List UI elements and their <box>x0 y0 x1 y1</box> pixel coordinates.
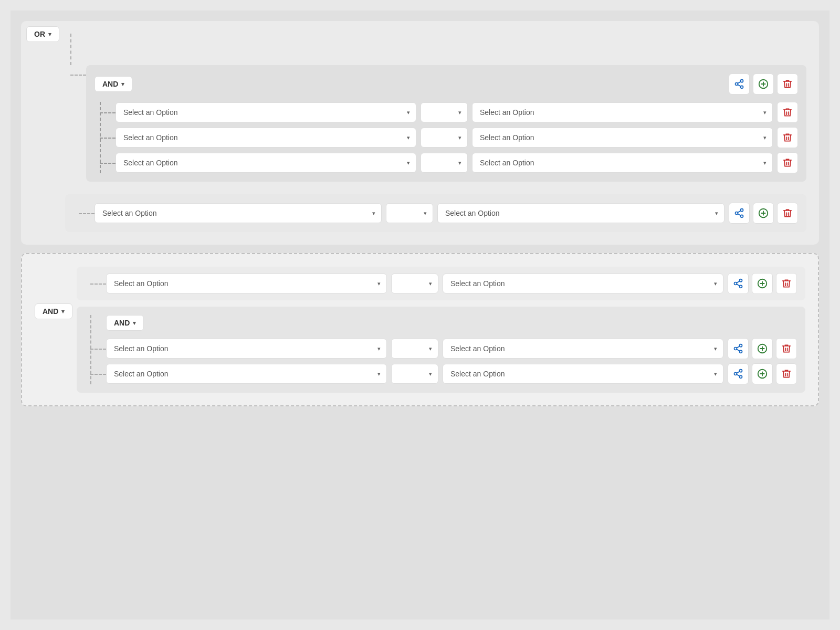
bottom-top-row: Select an Option ▾ ▾ Select an Option <box>77 267 805 300</box>
row3-mid-select[interactable] <box>421 153 468 173</box>
svg-line-28 <box>737 346 740 348</box>
or-label: OR <box>34 30 45 38</box>
bottom-inner-and-label: AND <box>114 319 130 327</box>
svg-line-27 <box>737 349 740 351</box>
and-conditions-wrapper: Select an Option ▾ ▾ <box>94 102 798 173</box>
btop-action-icons <box>728 273 797 294</box>
row1-mid-select[interactable] <box>421 102 468 122</box>
row2-mid-select[interactable] <box>421 128 468 148</box>
and-button[interactable]: AND ▾ <box>94 76 132 92</box>
svg-line-4 <box>738 81 741 83</box>
btop-share-button[interactable] <box>728 273 749 294</box>
row2-right-select-wrapper: Select an Option ▾ <box>472 128 773 148</box>
b1-left-select[interactable]: Select an Option <box>106 339 387 359</box>
bottom-inner-and-header: AND ▾ <box>106 315 797 331</box>
bottom-and-chevron-icon: ▾ <box>61 308 65 315</box>
row1-left-select-wrapper: Select an Option ▾ <box>116 102 416 122</box>
b1-delete-button[interactable] <box>776 338 797 359</box>
top-section: AND ▾ <box>21 21 819 245</box>
btop-right-wrapper: Select an Option ▾ <box>443 274 723 293</box>
bottom-and-inner-block: AND ▾ Select an Option ▾ <box>77 307 805 393</box>
svg-line-3 <box>738 85 741 86</box>
standalone-row-wrapper: Select an Option ▾ ▾ Select an Option ▾ <box>65 194 806 232</box>
row3-right-select-wrapper: Select an Option ▾ <box>472 153 773 173</box>
standalone-row: Select an Option ▾ ▾ Select an Option ▾ <box>94 203 798 224</box>
and-add-button[interactable] <box>753 74 774 94</box>
row1-right-select[interactable]: Select an Option <box>472 102 773 122</box>
bottom-section: Select an Option ▾ ▾ Select an Option <box>21 253 819 406</box>
bottom-inner-row-2: Select an Option ▾ ▾ <box>106 363 797 384</box>
row1-right-select-wrapper: Select an Option ▾ <box>472 102 773 122</box>
and-share-button[interactable] <box>729 74 750 94</box>
btop-mid-wrapper: ▾ <box>391 274 438 293</box>
and-group-wrapper: AND ▾ <box>65 65 806 182</box>
b2-share-button[interactable] <box>728 363 749 384</box>
btop-mid-select[interactable] <box>391 274 438 293</box>
btop-delete-button[interactable] <box>776 273 797 294</box>
and-label: AND <box>102 80 118 88</box>
bottom-inner-and-chevron-icon: ▾ <box>133 320 136 327</box>
svg-line-20 <box>737 281 740 282</box>
btop-add-button[interactable] <box>752 273 773 294</box>
bottom-inner-and-button[interactable]: AND ▾ <box>106 315 144 331</box>
bottom-and-label-wrapper: AND ▾ <box>35 303 72 319</box>
row2-right-select[interactable]: Select an Option <box>472 128 773 148</box>
b2-mid-wrapper: ▾ <box>391 364 438 384</box>
or-button[interactable]: OR ▾ <box>26 26 59 42</box>
and-action-icons <box>729 74 798 94</box>
condition-row-1: Select an Option ▾ ▾ <box>116 102 798 123</box>
and-block: AND ▾ <box>86 65 806 182</box>
b1-right-select[interactable]: Select an Option <box>443 339 723 359</box>
b2-right-select[interactable]: Select an Option <box>443 364 723 384</box>
standalone-share-button[interactable] <box>729 203 750 224</box>
btop-left-select[interactable]: Select an Option <box>106 274 387 293</box>
svg-line-36 <box>737 371 740 373</box>
b2-add-button[interactable] <box>752 363 773 384</box>
row1-mid-select-wrapper: ▾ <box>421 102 468 122</box>
bottom-and-label: AND <box>43 307 58 316</box>
or-chevron-icon: ▾ <box>48 31 51 38</box>
svg-line-35 <box>737 374 740 376</box>
row1-left-select[interactable]: Select an Option <box>116 102 416 122</box>
svg-line-11 <box>738 214 741 215</box>
b2-delete-button[interactable] <box>776 363 797 384</box>
standalone-right-wrapper: Select an Option ▾ <box>437 203 724 223</box>
b2-action-icons <box>728 363 797 384</box>
row1-delete-button[interactable] <box>777 102 798 123</box>
and-delete-button[interactable] <box>777 74 798 94</box>
and-header: AND ▾ <box>94 74 798 94</box>
row3-left-select-wrapper: Select an Option ▾ <box>116 153 416 173</box>
standalone-right-select[interactable]: Select an Option <box>437 203 724 223</box>
b1-mid-select[interactable] <box>391 339 438 359</box>
b1-add-button[interactable] <box>752 338 773 359</box>
b2-left-wrapper: Select an Option ▾ <box>106 364 387 384</box>
b2-right-wrapper: Select an Option ▾ <box>443 364 723 384</box>
standalone-delete-button[interactable] <box>777 203 798 224</box>
row2-delete-button[interactable] <box>777 127 798 148</box>
row2-left-select-wrapper: Select an Option ▾ <box>116 128 416 148</box>
main-layout: OR ▾ AND ▾ <box>10 10 830 620</box>
row3-left-select[interactable]: Select an Option <box>116 153 416 173</box>
bottom-and-button[interactable]: AND ▾ <box>35 303 72 319</box>
btop-right-select[interactable]: Select an Option <box>443 274 723 293</box>
bottom-inner-row-1: Select an Option ▾ ▾ <box>106 338 797 359</box>
b1-share-button[interactable] <box>728 338 749 359</box>
row2-mid-select-wrapper: ▾ <box>421 128 468 148</box>
row3-right-select[interactable]: Select an Option <box>472 153 773 173</box>
standalone-action-icons <box>729 203 798 224</box>
bottom-and-inner-layout: AND ▾ Select an Option ▾ <box>85 315 797 384</box>
b1-left-wrapper: Select an Option ▾ <box>106 339 387 359</box>
b2-left-select[interactable]: Select an Option <box>106 364 387 384</box>
b1-mid-wrapper: ▾ <box>391 339 438 359</box>
and-chevron-icon: ▾ <box>121 81 124 88</box>
standalone-add-button[interactable] <box>753 203 774 224</box>
standalone-mid-select[interactable] <box>386 203 433 223</box>
row2-left-select[interactable]: Select an Option <box>116 128 416 148</box>
standalone-mid-wrapper: ▾ <box>386 203 433 223</box>
row3-mid-select-wrapper: ▾ <box>421 153 468 173</box>
standalone-left-select[interactable]: Select an Option <box>94 203 382 223</box>
bottom-inner-rows: AND ▾ Select an Option ▾ <box>106 315 797 384</box>
btop-left-wrapper: Select an Option ▾ <box>106 274 387 293</box>
b2-mid-select[interactable] <box>391 364 438 384</box>
row3-delete-button[interactable] <box>777 152 798 173</box>
